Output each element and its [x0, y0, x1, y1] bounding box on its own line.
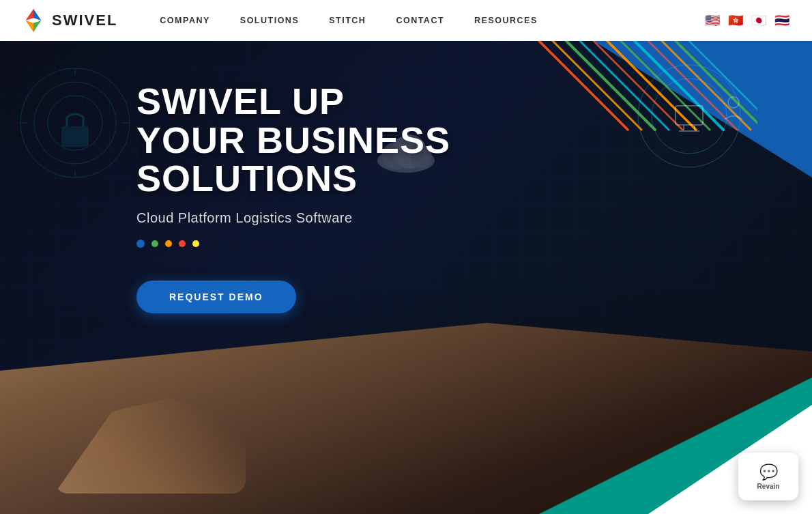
logo-text: SWIVEL: [52, 12, 117, 29]
revain-chat-icon: 💬: [759, 463, 778, 481]
svg-point-17: [34, 82, 116, 164]
svg-point-25: [652, 78, 727, 154]
svg-rect-26: [676, 106, 703, 125]
hero-content: SWIVEL UP YOUR BUSINESS SOLUTIONS Cloud …: [136, 82, 450, 313]
dot-5[interactable]: [192, 240, 199, 247]
svg-marker-2: [26, 20, 33, 32]
nav-stitch[interactable]: STITCH: [314, 0, 381, 41]
flag-th[interactable]: 🇹🇭: [772, 14, 792, 27]
tech-network-right: [607, 55, 771, 180]
nav-company[interactable]: COMPANY: [145, 0, 224, 41]
hero-title: SWIVEL UP YOUR BUSINESS SOLUTIONS: [136, 82, 450, 198]
revain-label: Revain: [757, 483, 780, 490]
revain-widget[interactable]: 💬 Revain: [738, 453, 798, 500]
nav-links: COMPANY SOLUTIONS STITCH CONTACT RESOURC…: [145, 0, 703, 41]
tech-circles-left: [14, 61, 136, 187]
hero-section: SWIVEL UP YOUR BUSINESS SOLUTIONS Cloud …: [0, 41, 812, 514]
logo[interactable]: SWIVEL: [20, 8, 117, 33]
svg-point-24: [638, 65, 740, 167]
flag-jp[interactable]: 🇯🇵: [749, 14, 768, 27]
dot-1[interactable]: [136, 240, 145, 248]
flag-en[interactable]: 🇺🇸: [703, 14, 722, 27]
navbar: SWIVEL COMPANY SOLUTIONS STITCH CONTACT …: [0, 0, 812, 41]
svg-marker-3: [33, 20, 41, 32]
dot-2[interactable]: [151, 240, 158, 247]
svg-point-30: [728, 97, 739, 108]
dot-4[interactable]: [179, 240, 186, 247]
svg-point-16: [20, 68, 130, 177]
dot-3[interactable]: [165, 240, 172, 247]
svg-marker-1: [33, 9, 41, 20]
nav-resources[interactable]: RESOURCES: [459, 0, 553, 41]
svg-rect-19: [61, 126, 89, 147]
slide-dots: [136, 240, 450, 248]
language-selector: 🇺🇸 🇭🇰 🇯🇵 🇹🇭: [703, 14, 792, 27]
nav-solutions[interactable]: SOLUTIONS: [225, 0, 314, 41]
flag-hk[interactable]: 🇭🇰: [726, 14, 745, 27]
request-demo-button[interactable]: REQUEST DEMO: [136, 281, 296, 313]
svg-marker-0: [26, 9, 33, 20]
hero-subtitle: Cloud Platform Logistics Software: [136, 210, 450, 226]
nav-contact[interactable]: CONTACT: [381, 0, 459, 41]
logo-icon: [20, 8, 46, 33]
